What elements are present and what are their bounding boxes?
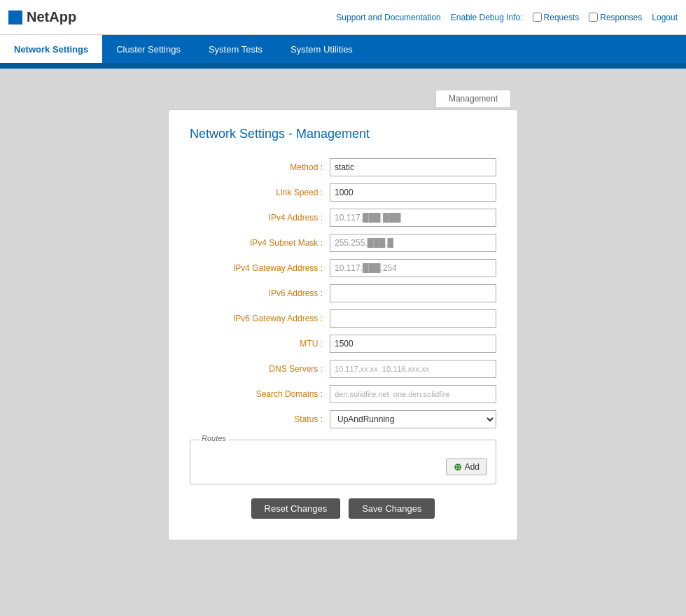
requests-checkbox-label[interactable]: Requests: [533, 13, 580, 22]
add-route-button[interactable]: ⊕ Add: [446, 458, 487, 475]
ipv6-gateway-label: IPv6 Gateway Address :: [190, 314, 330, 323]
tab-panel-area: Management Network Settings - Management…: [21, 90, 665, 540]
status-row: Status : UpAndRunning Down Maintenance: [190, 410, 496, 428]
ipv4-gateway-row: IPv4 Gateway Address :: [190, 259, 496, 277]
nav-tab-network-settings[interactable]: Network Settings: [0, 35, 102, 63]
logout-link[interactable]: Logout: [652, 13, 678, 22]
support-link[interactable]: Support and Documentation: [336, 13, 440, 22]
dns-input[interactable]: [330, 360, 496, 378]
ipv4-subnet-label: IPv4 Subnet Mask :: [190, 238, 330, 248]
routes-section: Routes ⊕ Add: [190, 440, 496, 484]
ipv4-gateway-label: IPv4 Gateway Address :: [190, 263, 330, 273]
debug-info-label: Enable Debug Info:: [451, 13, 523, 22]
nav-bar: Network Settings Cluster Settings System…: [0, 35, 686, 63]
ipv6-gateway-row: IPv6 Gateway Address :: [190, 309, 496, 328]
dns-label: DNS Servers :: [190, 364, 330, 374]
routes-content: ⊕ Add: [199, 447, 487, 475]
form-title: Network Settings - Management: [190, 127, 496, 141]
nav-tab-system-utilities[interactable]: System Utilities: [276, 35, 367, 63]
method-row: Method :: [190, 158, 496, 176]
ipv6-address-row: IPv6 Address :: [190, 284, 496, 302]
status-label: Status :: [190, 414, 330, 424]
logo-text: NetApp: [27, 9, 76, 25]
form-card: Network Settings - Management Method : L…: [168, 109, 518, 540]
search-domains-input[interactable]: [330, 385, 496, 403]
responses-checkbox[interactable]: [589, 13, 598, 22]
nav-tab-cluster-settings[interactable]: Cluster Settings: [102, 35, 195, 63]
search-domains-row: Search Domains :: [190, 385, 496, 403]
search-domains-label: Search Domains :: [190, 389, 330, 399]
ipv4-subnet-input[interactable]: [330, 234, 496, 252]
action-buttons: Reset Changes Save Changes: [190, 498, 496, 519]
top-right-links: Support and Documentation Enable Debug I…: [336, 13, 678, 22]
method-label: Method :: [190, 162, 330, 172]
top-bar: NetApp Support and Documentation Enable …: [0, 0, 686, 35]
link-speed-label: Link Speed :: [190, 188, 330, 197]
mtu-input[interactable]: [330, 335, 496, 353]
ipv4-subnet-row: IPv4 Subnet Mask :: [190, 234, 496, 252]
nav-tab-system-tests[interactable]: System Tests: [195, 35, 276, 63]
main-content: Management Network Settings - Management…: [0, 69, 686, 615]
ipv4-address-input[interactable]: [330, 209, 496, 227]
link-speed-row: Link Speed :: [190, 183, 496, 202]
add-circle-icon: ⊕: [454, 461, 462, 472]
netapp-logo-icon: [8, 10, 22, 24]
dns-row: DNS Servers :: [190, 360, 496, 378]
mtu-row: MTU :: [190, 335, 496, 353]
ipv4-address-label: IPv4 Address :: [190, 213, 330, 223]
ipv4-address-row: IPv4 Address :: [190, 209, 496, 227]
logo-area: NetApp: [8, 9, 76, 25]
management-tab[interactable]: Management: [435, 90, 511, 107]
mtu-label: MTU :: [190, 339, 330, 349]
method-input[interactable]: [330, 158, 496, 176]
ipv6-address-label: IPv6 Address :: [190, 288, 330, 298]
routes-legend: Routes: [199, 434, 229, 442]
save-button[interactable]: Save Changes: [349, 498, 435, 519]
status-select[interactable]: UpAndRunning Down Maintenance: [330, 410, 496, 428]
ipv6-gateway-input[interactable]: [330, 309, 496, 328]
link-speed-input[interactable]: [330, 183, 496, 202]
ipv6-address-input[interactable]: [330, 284, 496, 302]
responses-checkbox-label[interactable]: Responses: [589, 13, 642, 22]
requests-checkbox[interactable]: [533, 13, 542, 22]
accent-bar: [0, 63, 686, 69]
ipv4-gateway-input[interactable]: [330, 259, 496, 277]
reset-button[interactable]: Reset Changes: [251, 498, 341, 519]
